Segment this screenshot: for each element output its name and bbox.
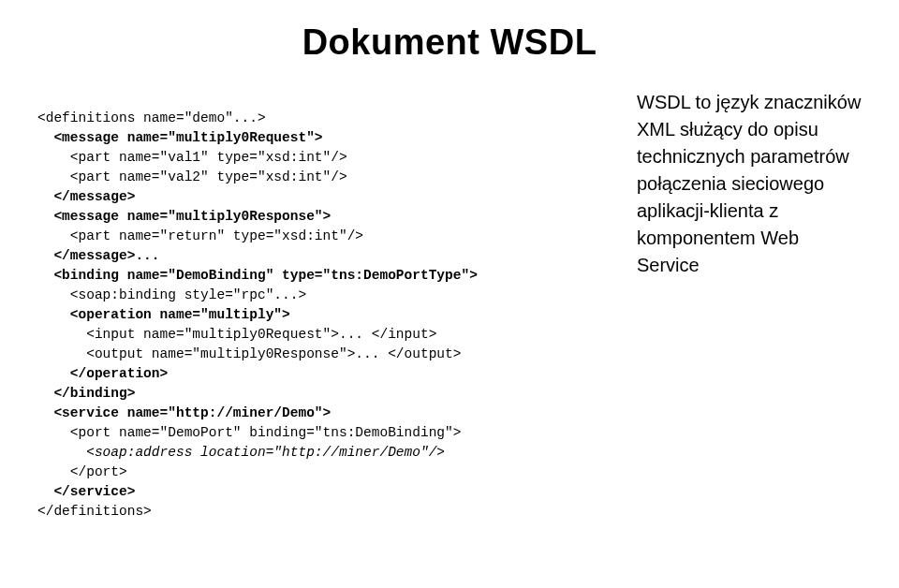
code-line: <port name="DemoPort" binding="tns:DemoB…	[37, 425, 461, 440]
code-line: <message name="multiply0Response">	[37, 209, 331, 224]
code-line: <part name="val1" type="xsd:int"/>	[37, 150, 347, 165]
description-text: WSDL to język znaczników XML służący do …	[637, 89, 862, 541]
code-line: <soap:binding style="rpc"...>	[37, 287, 306, 302]
code-line: <output name="multiply0Response">... </o…	[37, 346, 461, 361]
page-title: Dokument WSDL	[37, 22, 862, 63]
code-line: </operation>	[37, 366, 168, 381]
code-line: <soap:address location="http://miner/Dem…	[37, 445, 445, 460]
code-line: </definitions>	[37, 504, 152, 519]
code-line: <service name="http://miner/Demo">	[37, 405, 331, 420]
code-line: <binding name="DemoBinding" type="tns:De…	[37, 268, 478, 283]
code-line: </service>	[37, 484, 135, 499]
code-line: <message name="multiply0Request">	[37, 130, 323, 145]
code-line: <definitions name="demo"...>	[37, 110, 266, 125]
code-line: </message>...	[37, 248, 160, 263]
code-line: </binding>	[37, 386, 135, 401]
wsdl-code-block: <definitions name="demo"...> <message na…	[37, 89, 614, 541]
code-line: </message>	[37, 189, 135, 204]
content-row: <definitions name="demo"...> <message na…	[37, 89, 862, 541]
code-line: <input name="multiply0Request">... </inp…	[37, 327, 436, 342]
code-line: <part name="return" type="xsd:int"/>	[37, 228, 363, 243]
code-line: <operation name="multiply">	[37, 307, 290, 322]
code-line: <part name="val2" type="xsd:int"/>	[37, 169, 347, 184]
code-line: </port>	[37, 464, 127, 479]
